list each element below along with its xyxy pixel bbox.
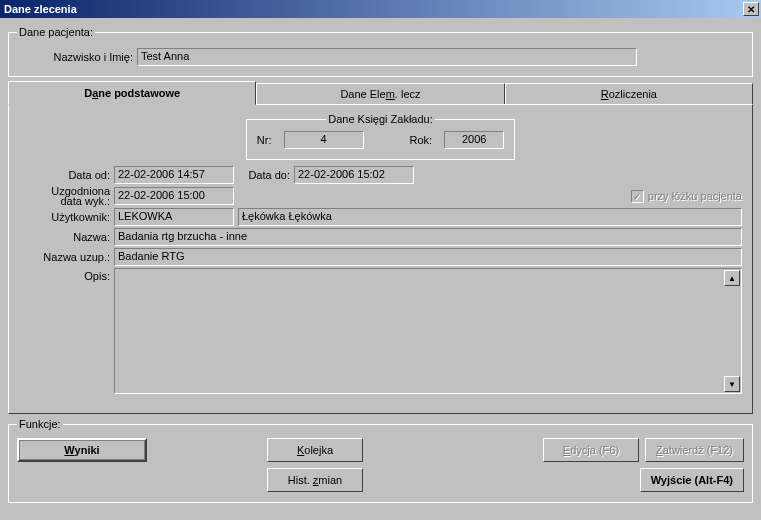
- functions-groupbox: Funkcje: Wyniki Kolejka Hist. zmian Edyc…: [8, 418, 753, 503]
- tab-panel-basic: Dane Księgi Zakładu: Nr: 4 Rok: 2006 Dat…: [8, 104, 753, 414]
- nazwa-uzup-label: Nazwa uzup.:: [19, 251, 114, 263]
- nazwa-field[interactable]: Badania rtg brzucha - inne: [114, 228, 742, 246]
- edycja-button[interactable]: Edycja (F6): [543, 438, 639, 462]
- scroll-up-icon[interactable]: ▲: [724, 270, 740, 286]
- nazwa-label: Nazwa:: [19, 231, 114, 243]
- scroll-down-icon[interactable]: ▼: [724, 376, 740, 392]
- nazwa-uzup-field[interactable]: Badanie RTG: [114, 248, 742, 266]
- opis-textarea[interactable]: ▲ ▼: [114, 268, 742, 394]
- tab-rozliczenia[interactable]: Rozliczenia: [505, 83, 753, 105]
- patient-groupbox: Dane pacjenta: Nazwisko i Imię: Test Ann…: [8, 26, 753, 77]
- tabstrip: Dane podstawowe Dane Elem. lecz Rozlicze…: [8, 83, 753, 105]
- nr-field[interactable]: 4: [284, 131, 364, 149]
- close-icon[interactable]: ✕: [743, 2, 759, 16]
- patient-name-field[interactable]: Test Anna: [137, 48, 637, 66]
- tab-dane-podstawowe[interactable]: Dane podstawowe: [8, 81, 256, 105]
- hist-zmian-button[interactable]: Hist. zmian: [267, 468, 363, 492]
- ksiega-legend: Dane Księgi Zakładu:: [326, 113, 435, 125]
- opis-label: Opis:: [19, 268, 114, 282]
- rok-field[interactable]: 2006: [444, 131, 504, 149]
- wyjscie-button[interactable]: Wyjście (Alt-F4): [640, 468, 744, 492]
- patient-legend: Dane pacjenta:: [17, 26, 95, 38]
- functions-legend: Funkcje:: [17, 418, 63, 430]
- window-title: Dane zlecenia: [4, 3, 743, 15]
- przy-lozku-checkbox: ✓: [631, 190, 644, 203]
- data-od-label: Data od:: [19, 169, 114, 181]
- tab-dane-elem-lecz[interactable]: Dane Elem. lecz: [256, 83, 504, 105]
- rok-label: Rok:: [410, 134, 437, 146]
- uzytkownik-name-field[interactable]: Łękówka Łękówka: [238, 208, 742, 226]
- patient-name-label: Nazwisko i Imię:: [17, 51, 137, 63]
- data-do-label: Data do:: [234, 169, 294, 181]
- kolejka-button[interactable]: Kolejka: [267, 438, 363, 462]
- window-body: Dane pacjenta: Nazwisko i Imię: Test Ann…: [0, 18, 761, 520]
- uzytkownik-label: Użytkownik:: [19, 211, 114, 223]
- uzg-data-field[interactable]: 22-02-2006 15:00: [114, 187, 234, 205]
- ksiega-groupbox: Dane Księgi Zakładu: Nr: 4 Rok: 2006: [246, 113, 515, 160]
- przy-lozku-label: przy łóżku pacjenta: [648, 190, 742, 202]
- uzg-data-label: Uzgodniona data wyk.:: [19, 186, 114, 206]
- zatwierdz-button[interactable]: Zatwierdź (F12): [645, 438, 744, 462]
- nr-label: Nr:: [257, 134, 276, 146]
- titlebar: Dane zlecenia ✕: [0, 0, 761, 18]
- data-od-field[interactable]: 22-02-2006 14:57: [114, 166, 234, 184]
- wyniki-button[interactable]: Wyniki: [17, 438, 147, 462]
- uzytkownik-code-field[interactable]: LEKOWKA: [114, 208, 234, 226]
- data-do-field[interactable]: 22-02-2006 15:02: [294, 166, 414, 184]
